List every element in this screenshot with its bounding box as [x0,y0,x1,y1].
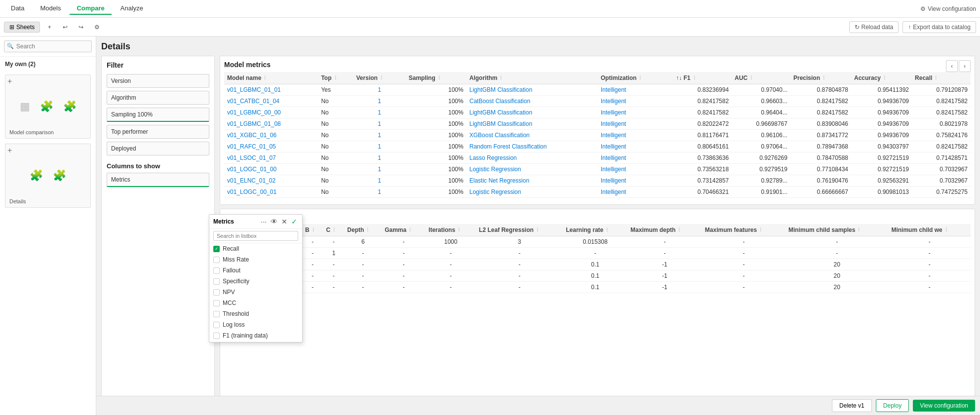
hyp-col-maxdepth[interactable]: Maximum depth⋮ [627,224,702,236]
metrics-eye-button[interactable]: 👁 [270,217,278,226]
cell-optimization[interactable]: Intelligent [598,84,673,96]
settings-button[interactable]: ⚙ [90,21,103,34]
col-sort-icon[interactable]: ⋮ [333,75,338,80]
cell-algorithm[interactable]: LightGBM Classification [467,107,598,118]
cell-algorithm[interactable]: Elastic Net Regression [467,175,598,187]
list-item[interactable]: AUC (training data) [209,341,302,342]
hyp-col-b[interactable]: B⋮ [302,224,323,236]
hyp-col-l2[interactable]: L2 Leaf Regression⋮ [476,224,563,236]
cell-model-name[interactable]: v01_RAFC_01_05 [224,141,318,152]
checkbox-icon[interactable] [213,311,220,317]
add-sheet-button[interactable]: + [43,21,56,34]
cell-optimization[interactable]: Intelligent [598,118,673,130]
checkbox-icon[interactable] [213,322,220,328]
hyp-col-c[interactable]: C⋮ [323,224,345,236]
cell-optimization[interactable]: Intelligent [598,141,673,152]
metrics-confirm-button[interactable]: ✓ [290,217,298,226]
cell-optimization[interactable]: Intelligent [598,130,673,141]
checkbox-icon[interactable] [213,267,220,274]
view-config-bottom-button[interactable]: View configuration [913,400,975,412]
metrics-options-button[interactable]: ··· [260,217,268,226]
cell-model-name[interactable]: v01_XGBC_01_06 [224,130,318,141]
hyp-col-lr[interactable]: Learning rate⋮ [563,224,627,236]
cell-model-name[interactable]: v01_LOGC_00_01 [224,187,318,198]
filter-sampling[interactable]: Sampling 100% [107,108,209,122]
export-button[interactable]: ↑ Export data to catalog [902,21,976,33]
checkbox-icon[interactable] [213,333,220,339]
list-item[interactable]: Fallout [209,265,302,276]
col-model-name[interactable]: Model name⋮ [224,72,318,84]
col-sort-icon[interactable]: ⋮ [882,75,887,80]
filter-algorithm[interactable]: Algorithm [107,91,209,105]
col-version[interactable]: Version⋮ [353,72,406,84]
cell-model-name[interactable]: v01_LSOC_01_07 [224,152,318,164]
list-item[interactable]: F1 (training data) [209,330,302,341]
cell-model-name[interactable]: v01_LGBMC_01_01 [224,84,318,96]
hyp-col-iterations[interactable]: Iterations⋮ [426,224,476,236]
col-sort-icon[interactable]: ⋮ [692,75,697,80]
cell-model-name[interactable]: v01_LGBMC_01_08 [224,118,318,130]
delete-button[interactable]: Delete v1 [832,399,872,412]
reload-button[interactable]: ↻ Reload data [849,21,899,33]
nav-tab-analyze[interactable]: Analyze [114,2,150,15]
col-sampling[interactable]: Sampling⋮ [406,72,467,84]
metrics-search-input[interactable] [213,231,298,241]
nav-tab-models[interactable]: Models [33,2,68,15]
hyp-col-depth[interactable]: Depth⋮ [344,224,382,236]
col-sort-icon[interactable]: ⋮ [263,75,267,80]
col-algorithm[interactable]: Algorithm⋮ [467,72,598,84]
hyp-col-maxfeat[interactable]: Maximum features⋮ [702,224,785,236]
hyp-col-minchild[interactable]: Minimum child samples⋮ [785,224,888,236]
col-sort-icon[interactable]: ⋮ [499,75,503,80]
cell-model-name[interactable]: v01_LOGC_01_00 [224,164,318,175]
checkbox-icon[interactable]: ✓ [213,246,220,252]
undo-button[interactable]: ↩ [59,21,72,34]
col-sort-icon[interactable]: ⋮ [379,75,384,80]
col-sort-icon[interactable]: ⋮ [749,75,753,80]
thumb-action-icon2[interactable]: + [7,146,12,155]
cell-algorithm[interactable]: LightGBM Classification [467,84,598,96]
list-item[interactable]: NPV [209,287,302,298]
details-thumb[interactable]: + 🧩 🧩 Details [5,144,91,208]
columns-metrics[interactable]: Metrics [107,173,209,187]
col-accuracy[interactable]: Accuracy⋮ [851,72,912,84]
cell-model-name[interactable]: v01_GNBC_01_03 [224,198,318,201]
list-item[interactable]: Log loss [209,319,302,330]
cell-optimization[interactable]: Intelligent [598,96,673,107]
col-auc[interactable]: AUC⋮ [732,72,790,84]
cell-optimization[interactable]: Intelligent [598,152,673,164]
filter-top-performer[interactable]: Top performer [107,125,209,139]
cell-optimization[interactable]: Intelligent [598,164,673,175]
col-sort-icon[interactable]: ⋮ [638,75,642,80]
col-sort-icon[interactable]: ⋮ [822,75,826,80]
redo-button[interactable]: ↪ [75,21,87,34]
deploy-button[interactable]: Deploy [876,399,909,412]
col-f1[interactable]: ↑↓ F1⋮ [673,72,732,84]
checkbox-icon[interactable] [213,300,220,306]
cell-algorithm[interactable]: Random Forest Classification [467,141,598,152]
checkbox-icon[interactable] [213,278,220,285]
col-precision[interactable]: Precision⋮ [790,72,851,84]
prev-arrow[interactable]: ‹ [946,60,958,72]
search-input[interactable] [4,40,92,52]
col-sort-icon[interactable]: ⋮ [934,75,938,80]
cell-algorithm[interactable]: Logistic Regression [467,187,598,198]
cell-optimization[interactable]: Intelligent [598,198,673,201]
view-config-button[interactable]: ⚙ View configuration [920,5,976,12]
cell-optimization[interactable]: Intelligent [598,175,673,187]
metrics-close-button[interactable]: ✕ [280,217,288,226]
model-comparison-thumb[interactable]: + ▦ 🧩 🧩 Model comparison [5,75,91,139]
nav-tab-data[interactable]: Data [4,2,31,15]
nav-tab-compare[interactable]: Compare [70,2,111,15]
list-item[interactable]: Threshold [209,308,302,319]
cell-algorithm[interactable]: XGBoost Classification [467,130,598,141]
thumb-action-icon[interactable]: + [7,77,12,86]
list-item[interactable]: Specificity [209,276,302,287]
cell-algorithm[interactable]: LightGBM Classification [467,118,598,130]
col-optimization[interactable]: Optimization⋮ [598,72,673,84]
cell-algorithm[interactable]: CatBoost Classification [467,96,598,107]
list-item[interactable]: Miss Rate [209,254,302,265]
filter-version[interactable]: Version [107,74,209,88]
col-sort-icon[interactable]: ⋮ [437,75,441,80]
list-item[interactable]: ✓ Recall [209,243,302,254]
